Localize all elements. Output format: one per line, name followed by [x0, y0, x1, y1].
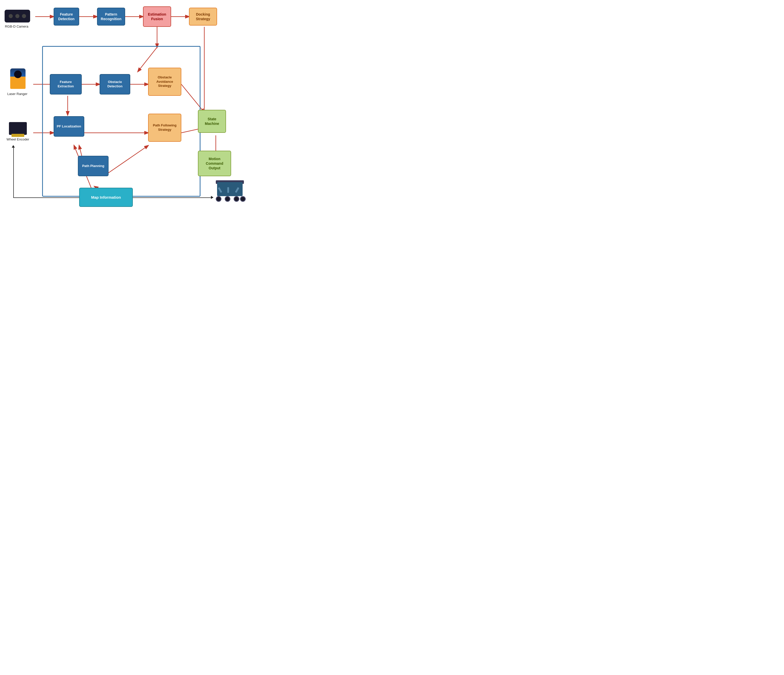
map-information-box: Map Information	[79, 188, 133, 207]
y-axis-arrow	[12, 145, 15, 148]
estimation-fusion-box: Estimation Fusion	[143, 6, 171, 27]
x-axis-arrow	[211, 196, 213, 199]
pf-localization-box: PF Localization	[54, 116, 84, 137]
encoder-device	[9, 122, 27, 135]
y-axis	[13, 147, 14, 198]
path-following-box: Path Following Strategy	[148, 114, 181, 142]
feature-extraction-box: Feature Extraction	[50, 74, 82, 95]
encoder-label: Wheel Encoder	[1, 137, 34, 141]
diagram: RGB-D Camera Laser Ranger Wheel Encoder …	[0, 0, 255, 219]
robot-device	[215, 174, 245, 202]
state-machine-box: State Machine	[198, 110, 226, 133]
feature-detection-box: Feature Detection	[54, 8, 79, 25]
path-planning-box: Path Planning	[78, 156, 109, 176]
docking-strategy-box: Docking Strategy	[189, 8, 217, 25]
motion-command-box: Motion Command Output	[198, 151, 231, 176]
camera-device	[5, 10, 30, 22]
laser-label: Laser Ranger	[2, 92, 33, 96]
obstacle-detection-box: Obstacle Detection	[100, 74, 130, 95]
pattern-recognition-box: Pattern Recognition	[97, 8, 125, 25]
camera-label: RGB-D Camera	[1, 25, 32, 28]
obstacle-avoidance-box: Obstacle Avoidance Strategy	[148, 68, 181, 96]
laser-device	[10, 68, 25, 89]
